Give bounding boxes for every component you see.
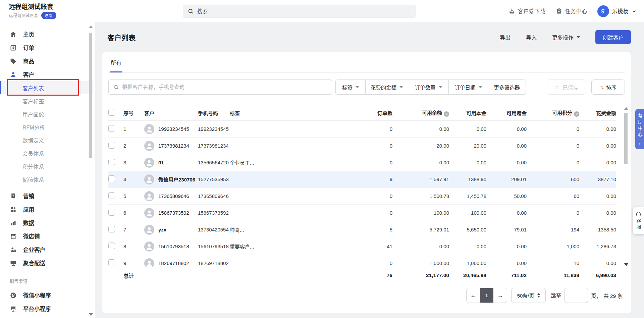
global-search[interactable] <box>183 5 416 18</box>
next-page-button[interactable]: → <box>493 288 507 303</box>
customer-cell[interactable]: 微信用户230706 <box>144 174 198 184</box>
customer-name[interactable]: 17365809646 <box>158 193 189 199</box>
sidebar-item-membership[interactable]: 会员体系 <box>0 147 95 160</box>
export-button[interactable]: 导出 <box>500 33 511 41</box>
sidebar-item-data[interactable]: 数据 <box>0 216 95 229</box>
table-row[interactable]: 6 15867373592 15867373592 0 100.00 100.0… <box>108 205 616 221</box>
filter-tag-dropdown[interactable]: 标签 <box>335 80 366 95</box>
import-button[interactable]: 导入 <box>526 33 537 41</box>
table-row[interactable]: 3 01 13566564720 企业员工... 0 0.00 0.00 0.0… <box>108 154 616 171</box>
table-row[interactable]: 4 微信用户230706 15277535953 9 1,597.91 1388… <box>108 171 616 188</box>
sidebar-item-wechat-mini[interactable]: 微信小程序 <box>0 288 95 302</box>
sidebar-item-home[interactable]: 主页 <box>0 28 95 41</box>
row-checkbox[interactable] <box>108 142 115 149</box>
current-page[interactable]: 1 <box>480 288 493 303</box>
filter-spend-amount-dropdown[interactable]: 花费的金额 <box>365 80 408 95</box>
customer-tags: 帅哥... <box>230 226 355 233</box>
jump-page-input[interactable] <box>564 288 588 303</box>
row-index: 6 <box>123 210 144 216</box>
customer-name[interactable]: 15867373592 <box>158 210 189 216</box>
sidebar-item-customers[interactable]: 客户 <box>0 68 95 81</box>
sort-button[interactable]: ↑↓ 排序 <box>591 80 625 95</box>
user-menu[interactable]: 乐檬杨 <box>597 5 637 17</box>
more-actions-button[interactable]: 更多操作 <box>552 33 580 41</box>
table-row[interactable]: 7 yzx 13730420554 帅哥... 5 5,729.01 5,650… <box>108 221 616 238</box>
row-checkbox[interactable] <box>108 125 115 132</box>
cell-bonus: 79.01 <box>486 227 527 232</box>
row-checkbox[interactable] <box>108 209 115 216</box>
customer-cell[interactable]: 15610793518 <box>144 242 198 252</box>
filter-order-count-dropdown[interactable]: 订单数量 <box>408 80 449 95</box>
cell-balance: 0.00 <box>392 160 449 165</box>
sidebar-scrollbar[interactable] <box>88 23 93 317</box>
customer-cell[interactable]: 17373981234 <box>144 141 198 151</box>
sidebar-item-enterprise[interactable]: 企业客户 <box>0 243 95 256</box>
customer-name[interactable]: 18269718802 <box>158 260 189 266</box>
sidebar-item-label: 营销 <box>23 192 34 200</box>
customer-cell[interactable]: 01 <box>144 158 198 168</box>
sort-label: 排序 <box>606 84 616 91</box>
row-checkbox[interactable] <box>108 192 115 199</box>
sidebar-item-stored-value[interactable]: 储值体系 <box>0 173 95 186</box>
sidebar-item-goods[interactable]: 商品 <box>0 54 95 68</box>
customer-name[interactable]: 19923234545 <box>158 126 189 132</box>
table-scrollbar[interactable] <box>624 106 628 267</box>
task-center-link[interactable]: 任务中心 <box>556 7 587 15</box>
customer-cell[interactable]: 15867373592 <box>144 208 198 218</box>
row-checkbox[interactable] <box>108 175 115 182</box>
scroll-down-arrow-icon[interactable] <box>89 313 93 316</box>
sidebar-item-data-definition[interactable]: 数据定义 <box>0 134 95 147</box>
table-row[interactable]: 1 19923234545 19923234545 0 0.00 0.00 0.… <box>108 121 616 138</box>
customer-cell[interactable]: 18269718802 <box>144 258 198 267</box>
customer-cell[interactable]: 19923234545 <box>144 124 198 134</box>
sidebar-item-points[interactable]: 积分体系 <box>0 160 95 173</box>
scrollbar-thumb[interactable] <box>624 113 628 164</box>
sidebar-item-platform-mini[interactable]: 平台小程序 <box>0 302 95 315</box>
filter-order-date-dropdown[interactable]: 订单日期 <box>448 80 488 95</box>
customer-cell[interactable]: yzx <box>144 225 198 235</box>
sidebar-item-user-profile[interactable]: 用户画像 <box>0 107 95 120</box>
customer-name[interactable]: 15610793518 <box>158 244 189 249</box>
help-question-icon[interactable]: ? <box>444 111 449 117</box>
select-all-checkbox[interactable] <box>108 109 115 116</box>
sidebar-item-customer-tags[interactable]: 客户标签 <box>0 94 95 107</box>
customer-name[interactable]: 17373981234 <box>158 143 189 149</box>
scroll-down-arrow-icon[interactable] <box>624 263 628 266</box>
scrollbar-thumb[interactable] <box>89 33 92 158</box>
sidebar-item-delivery[interactable]: 聚合配送 <box>0 256 95 270</box>
customer-name[interactable]: 01 <box>158 160 164 165</box>
saved-filters-button[interactable]: ☆ 已保存 <box>547 80 586 95</box>
more-filters-button[interactable]: 更多筛选器 <box>488 80 526 95</box>
customer-search-input[interactable] <box>122 84 327 90</box>
table-row[interactable]: 8 15610793518 15610793518 重要客户... 41 0.0… <box>108 238 616 255</box>
sidebar-item-micro-shop[interactable]: 微店铺 <box>0 229 95 243</box>
scroll-up-arrow-icon[interactable] <box>89 25 93 28</box>
row-checkbox[interactable] <box>108 226 115 232</box>
customer-name[interactable]: yzx <box>158 227 166 232</box>
prev-page-button[interactable]: ← <box>467 288 480 303</box>
customer-name[interactable]: 微信用户230706 <box>158 176 195 183</box>
row-checkbox[interactable] <box>108 159 115 165</box>
global-search-input[interactable] <box>197 8 411 14</box>
row-checkbox[interactable] <box>108 259 115 266</box>
customer-avatar-icon <box>144 124 154 134</box>
table-row[interactable]: 9 18269718802 18269718802 0 1,000.00 1,0… <box>108 255 616 267</box>
sidebar-item-orders[interactable]: 订单 <box>0 41 95 54</box>
sidebar-item-customer-list[interactable]: 客户列表 <box>0 81 93 94</box>
sidebar-item-rfm[interactable]: RFM分析 <box>0 120 95 134</box>
create-customer-button[interactable]: 创建客户 <box>595 30 631 44</box>
sidebar-item-apps[interactable]: 应用 <box>0 203 95 216</box>
table-row[interactable]: 2 17373981234 17373981234 0 20.00 20.00 … <box>108 138 616 154</box>
client-download-link[interactable]: 客户端下载 <box>508 7 546 15</box>
page-size-select[interactable]: 50条/页 <box>511 288 546 303</box>
customer-search-box[interactable] <box>108 80 332 95</box>
scroll-up-arrow-icon[interactable] <box>624 107 628 110</box>
help-question-icon[interactable]: ? <box>574 111 579 117</box>
help-center-tab[interactable]: 帮助中心 ‹ <box>635 109 644 149</box>
customer-cell[interactable]: 17365809646 <box>144 191 198 201</box>
table-row[interactable]: 5 17365809646 17365809646 0 1,500.78 1,4… <box>108 188 616 205</box>
tab-all[interactable]: 所有 <box>111 52 121 72</box>
row-checkbox[interactable] <box>108 243 115 249</box>
customer-service-widget[interactable]: 客服 <box>633 207 644 234</box>
sidebar-item-marketing[interactable]: ¥ 营销 <box>0 189 95 203</box>
